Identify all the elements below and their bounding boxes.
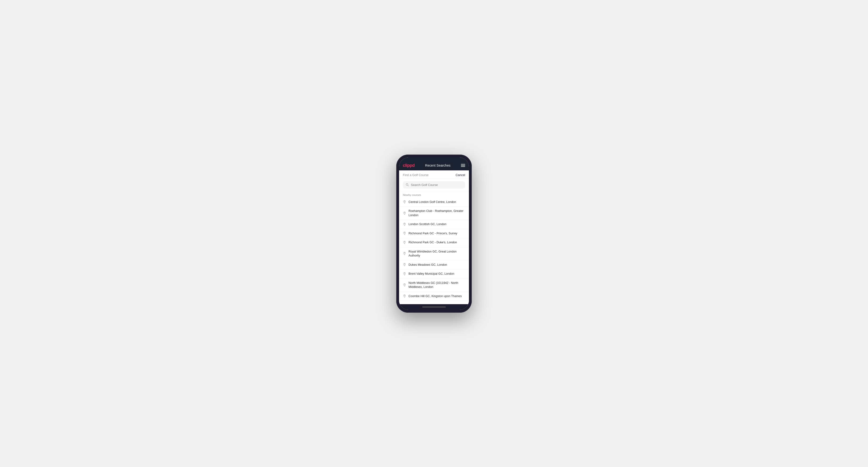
- location-pin-icon: [403, 200, 406, 204]
- location-pin-icon: [403, 252, 406, 255]
- cancel-button[interactable]: Cancel: [456, 173, 465, 177]
- svg-point-7: [404, 253, 405, 253]
- app-header: clippd Recent Searches: [399, 161, 469, 170]
- svg-point-2: [404, 201, 405, 202]
- home-indicator: [399, 304, 469, 310]
- course-name: Brent Valley Municipal GC, London: [408, 272, 454, 276]
- search-label: Find a Golf Course: [403, 173, 429, 177]
- menu-icon[interactable]: [461, 164, 465, 167]
- search-icon: [406, 183, 409, 186]
- nearby-courses-section: Nearby courses Central London Golf Centr…: [399, 191, 469, 304]
- nearby-label: Nearby courses: [399, 191, 469, 198]
- svg-point-11: [404, 295, 405, 296]
- svg-point-4: [404, 223, 405, 224]
- list-item[interactable]: Dukes Meadows GC, London: [399, 260, 469, 270]
- list-item[interactable]: Roehampton Club - Roehampton, Greater Lo…: [399, 207, 469, 220]
- home-bar: [422, 307, 446, 308]
- list-item[interactable]: Royal Wimbledon GC, Great London Authori…: [399, 247, 469, 260]
- course-name: Roehampton Club - Roehampton, Greater Lo…: [408, 209, 465, 217]
- location-pin-icon: [403, 272, 406, 276]
- status-bar: [399, 157, 469, 161]
- list-item[interactable]: Central London Golf Centre, London: [399, 198, 469, 207]
- phone-screen: clippd Recent Searches Find a Golf Cours…: [399, 157, 469, 310]
- course-name: Coombe Hill GC, Kingston upon Thames: [408, 294, 462, 299]
- location-pin-icon: [403, 283, 406, 287]
- search-input[interactable]: [411, 183, 462, 187]
- list-item[interactable]: London Scottish GC, London: [399, 220, 469, 229]
- course-name: Dukes Meadows GC, London: [408, 263, 447, 267]
- location-pin-icon: [403, 212, 406, 215]
- svg-point-6: [404, 242, 405, 242]
- location-pin-icon: [403, 263, 406, 267]
- course-name: London Scottish GC, London: [408, 222, 446, 226]
- location-pin-icon: [403, 241, 406, 244]
- svg-line-1: [408, 185, 409, 186]
- search-header: Find a Golf Course Cancel: [399, 170, 469, 179]
- search-input-container: [399, 179, 469, 191]
- course-list: Central London Golf Centre, London Roeha…: [399, 198, 469, 301]
- course-name: Royal Wimbledon GC, Great London Authori…: [408, 250, 465, 258]
- course-name: North Middlesex GC (1011942 - North Midd…: [408, 281, 465, 289]
- location-pin-icon: [403, 294, 406, 298]
- list-item[interactable]: Brent Valley Municipal GC, London: [399, 270, 469, 279]
- svg-point-9: [404, 273, 405, 274]
- svg-point-8: [404, 264, 405, 264]
- svg-point-5: [404, 233, 405, 233]
- course-name: Central London Golf Centre, London: [408, 200, 456, 205]
- list-item[interactable]: Richmond Park GC - Prince's, Surrey: [399, 229, 469, 238]
- svg-point-3: [404, 212, 405, 213]
- course-name: Richmond Park GC - Duke's, London: [408, 241, 457, 245]
- location-pin-icon: [403, 232, 406, 235]
- svg-point-10: [404, 284, 405, 285]
- list-item[interactable]: Coombe Hill GC, Kingston upon Thames: [399, 292, 469, 301]
- search-section: Find a Golf Course Cancel Nearby courses: [399, 170, 469, 304]
- course-name: Richmond Park GC - Prince's, Surrey: [408, 231, 457, 236]
- search-input-wrapper: [403, 181, 465, 189]
- location-pin-icon: [403, 223, 406, 226]
- list-item[interactable]: North Middlesex GC (1011942 - North Midd…: [399, 279, 469, 292]
- list-item[interactable]: Richmond Park GC - Duke's, London: [399, 238, 469, 247]
- app-logo: clippd: [403, 163, 415, 168]
- phone-frame: clippd Recent Searches Find a Golf Cours…: [396, 155, 472, 313]
- header-title: Recent Searches: [425, 163, 450, 167]
